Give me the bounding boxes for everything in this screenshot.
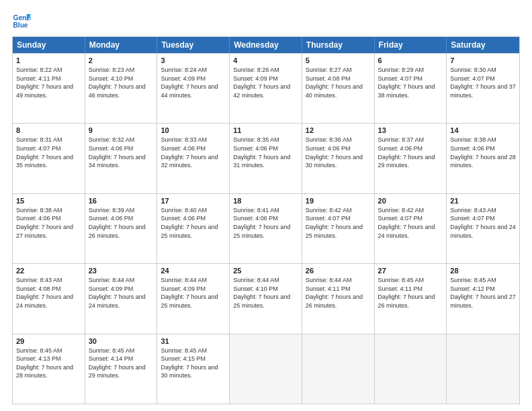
day-cell-3: 3Sunrise: 8:24 AM Sunset: 4:09 PM Daylig… — [157, 54, 230, 123]
day-info: Sunrise: 8:38 AM Sunset: 4:06 PM Dayligh… — [16, 206, 81, 240]
day-number: 9 — [89, 126, 154, 134]
day-info: Sunrise: 8:22 AM Sunset: 4:11 PM Dayligh… — [16, 66, 81, 99]
day-info: Sunrise: 8:27 AM Sunset: 4:08 PM Dayligh… — [306, 66, 371, 99]
logo-icon: General Blue — [12, 12, 31, 31]
day-cell-24: 24Sunrise: 8:44 AM Sunset: 4:09 PM Dayli… — [157, 264, 230, 333]
day-info: Sunrise: 8:45 AM Sunset: 4:15 PM Dayligh… — [161, 347, 226, 380]
weekday-header-sunday: Sunday — [13, 37, 85, 53]
day-info: Sunrise: 8:36 AM Sunset: 4:06 PM Dayligh… — [306, 136, 371, 169]
day-number: 21 — [450, 197, 516, 205]
day-info: Sunrise: 8:38 AM Sunset: 4:06 PM Dayligh… — [450, 136, 516, 169]
day-info: Sunrise: 8:33 AM Sunset: 4:06 PM Dayligh… — [161, 136, 226, 169]
day-cell-29: 29Sunrise: 8:45 AM Sunset: 4:13 PM Dayli… — [13, 334, 85, 404]
day-cell-21: 21Sunrise: 8:43 AM Sunset: 4:07 PM Dayli… — [447, 194, 519, 263]
weekday-header-thursday: Thursday — [302, 37, 375, 53]
day-info: Sunrise: 8:42 AM Sunset: 4:07 PM Dayligh… — [378, 206, 443, 240]
day-number: 17 — [161, 197, 226, 205]
weekday-header-saturday: Saturday — [447, 37, 519, 53]
day-info: Sunrise: 8:43 AM Sunset: 4:07 PM Dayligh… — [450, 206, 516, 240]
day-cell-30: 30Sunrise: 8:45 AM Sunset: 4:14 PM Dayli… — [85, 334, 158, 404]
day-info: Sunrise: 8:44 AM Sunset: 4:11 PM Dayligh… — [306, 276, 371, 310]
day-number: 1 — [16, 56, 81, 64]
day-info: Sunrise: 8:29 AM Sunset: 4:07 PM Dayligh… — [378, 66, 443, 99]
page: General Blue SundayMondayTuesdayWednesda… — [0, 0, 532, 411]
calendar-week-4: 22Sunrise: 8:43 AM Sunset: 4:08 PM Dayli… — [13, 263, 519, 333]
day-number: 28 — [450, 267, 516, 275]
day-number: 11 — [233, 126, 298, 134]
calendar-week-1: 1Sunrise: 8:22 AM Sunset: 4:11 PM Daylig… — [13, 53, 519, 123]
day-cell-25: 25Sunrise: 8:44 AM Sunset: 4:10 PM Dayli… — [230, 264, 302, 333]
day-cell-10: 10Sunrise: 8:33 AM Sunset: 4:06 PM Dayli… — [157, 124, 230, 193]
weekday-header-tuesday: Tuesday — [157, 37, 230, 53]
day-cell-23: 23Sunrise: 8:44 AM Sunset: 4:09 PM Dayli… — [85, 264, 158, 333]
day-info: Sunrise: 8:30 AM Sunset: 4:07 PM Dayligh… — [450, 66, 516, 99]
day-number: 4 — [233, 56, 298, 64]
day-cell-16: 16Sunrise: 8:39 AM Sunset: 4:06 PM Dayli… — [85, 194, 158, 263]
day-number: 10 — [161, 126, 226, 134]
day-number: 3 — [161, 56, 226, 64]
empty-cell — [447, 334, 519, 404]
day-info: Sunrise: 8:45 AM Sunset: 4:13 PM Dayligh… — [16, 347, 81, 380]
day-number: 16 — [89, 197, 154, 205]
day-cell-31: 31Sunrise: 8:45 AM Sunset: 4:15 PM Dayli… — [157, 334, 230, 404]
day-info: Sunrise: 8:44 AM Sunset: 4:09 PM Dayligh… — [89, 276, 154, 310]
day-info: Sunrise: 8:40 AM Sunset: 4:06 PM Dayligh… — [161, 206, 226, 240]
calendar: SundayMondayTuesdayWednesdayThursdayFrid… — [12, 36, 520, 404]
empty-cell — [230, 334, 302, 404]
day-cell-28: 28Sunrise: 8:45 AM Sunset: 4:12 PM Dayli… — [447, 264, 519, 333]
svg-text:Blue: Blue — [13, 21, 28, 29]
day-info: Sunrise: 8:41 AM Sunset: 4:06 PM Dayligh… — [233, 206, 298, 240]
day-cell-15: 15Sunrise: 8:38 AM Sunset: 4:06 PM Dayli… — [13, 194, 85, 263]
empty-cell — [302, 334, 375, 404]
day-number: 5 — [306, 56, 371, 64]
day-cell-5: 5Sunrise: 8:27 AM Sunset: 4:08 PM Daylig… — [302, 54, 375, 123]
day-info: Sunrise: 8:45 AM Sunset: 4:12 PM Dayligh… — [450, 276, 516, 310]
day-cell-8: 8Sunrise: 8:31 AM Sunset: 4:07 PM Daylig… — [13, 124, 85, 193]
day-cell-2: 2Sunrise: 8:23 AM Sunset: 4:10 PM Daylig… — [85, 54, 158, 123]
day-cell-20: 20Sunrise: 8:42 AM Sunset: 4:07 PM Dayli… — [375, 194, 447, 263]
day-cell-22: 22Sunrise: 8:43 AM Sunset: 4:08 PM Dayli… — [13, 264, 85, 333]
day-number: 8 — [16, 126, 81, 134]
day-info: Sunrise: 8:42 AM Sunset: 4:07 PM Dayligh… — [306, 206, 371, 240]
day-number: 13 — [378, 126, 443, 134]
day-info: Sunrise: 8:37 AM Sunset: 4:06 PM Dayligh… — [378, 136, 443, 169]
calendar-week-5: 29Sunrise: 8:45 AM Sunset: 4:13 PM Dayli… — [13, 334, 519, 404]
day-cell-7: 7Sunrise: 8:30 AM Sunset: 4:07 PM Daylig… — [447, 54, 519, 123]
day-cell-11: 11Sunrise: 8:35 AM Sunset: 4:06 PM Dayli… — [230, 124, 302, 193]
day-cell-6: 6Sunrise: 8:29 AM Sunset: 4:07 PM Daylig… — [375, 54, 447, 123]
day-info: Sunrise: 8:43 AM Sunset: 4:08 PM Dayligh… — [16, 276, 81, 310]
day-number: 31 — [161, 337, 226, 345]
day-number: 30 — [89, 337, 154, 345]
day-number: 12 — [306, 126, 371, 134]
day-cell-12: 12Sunrise: 8:36 AM Sunset: 4:06 PM Dayli… — [302, 124, 375, 193]
day-number: 27 — [378, 267, 443, 275]
day-number: 2 — [89, 56, 154, 64]
empty-cell — [375, 334, 447, 404]
day-number: 18 — [233, 197, 298, 205]
day-cell-27: 27Sunrise: 8:45 AM Sunset: 4:11 PM Dayli… — [375, 264, 447, 333]
day-number: 22 — [16, 267, 81, 275]
weekday-header-wednesday: Wednesday — [230, 37, 302, 53]
day-number: 14 — [450, 126, 516, 134]
day-number: 25 — [233, 267, 298, 275]
day-info: Sunrise: 8:26 AM Sunset: 4:09 PM Dayligh… — [233, 66, 298, 99]
day-number: 20 — [378, 197, 443, 205]
day-cell-1: 1Sunrise: 8:22 AM Sunset: 4:11 PM Daylig… — [13, 54, 85, 123]
day-number: 24 — [161, 267, 226, 275]
day-number: 7 — [450, 56, 516, 64]
day-info: Sunrise: 8:45 AM Sunset: 4:14 PM Dayligh… — [89, 347, 154, 380]
day-info: Sunrise: 8:39 AM Sunset: 4:06 PM Dayligh… — [89, 206, 154, 240]
weekday-header-friday: Friday — [375, 37, 447, 53]
day-info: Sunrise: 8:24 AM Sunset: 4:09 PM Dayligh… — [161, 66, 226, 99]
weekday-header-monday: Monday — [85, 37, 158, 53]
day-info: Sunrise: 8:32 AM Sunset: 4:06 PM Dayligh… — [89, 136, 154, 169]
calendar-body: 1Sunrise: 8:22 AM Sunset: 4:11 PM Daylig… — [13, 53, 519, 404]
day-cell-13: 13Sunrise: 8:37 AM Sunset: 4:06 PM Dayli… — [375, 124, 447, 193]
logo: General Blue — [12, 12, 31, 31]
day-number: 26 — [306, 267, 371, 275]
day-cell-17: 17Sunrise: 8:40 AM Sunset: 4:06 PM Dayli… — [157, 194, 230, 263]
day-cell-19: 19Sunrise: 8:42 AM Sunset: 4:07 PM Dayli… — [302, 194, 375, 263]
day-cell-4: 4Sunrise: 8:26 AM Sunset: 4:09 PM Daylig… — [230, 54, 302, 123]
header: General Blue — [12, 12, 520, 31]
day-cell-9: 9Sunrise: 8:32 AM Sunset: 4:06 PM Daylig… — [85, 124, 158, 193]
